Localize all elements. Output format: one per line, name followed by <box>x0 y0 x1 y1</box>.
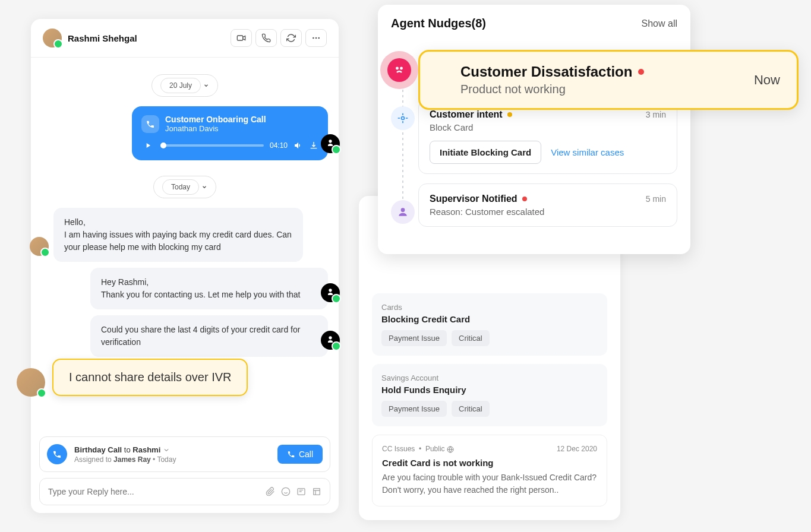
nudge-highlight-sub: Product not working <box>460 83 742 96</box>
header-actions <box>231 29 327 47</box>
article-title: Credit Card is not working <box>382 458 597 468</box>
article-body: Are you facing trouble with your Bank-Is… <box>382 471 597 496</box>
date-text: Today <box>162 179 199 195</box>
nudges-title: Agent Nudges(8) <box>391 17 486 30</box>
svg-point-9 <box>401 208 405 212</box>
chevron-down-icon[interactable] <box>163 446 170 454</box>
canned-icon[interactable] <box>296 487 306 496</box>
nudge-highlight-card: Customer Dissatisfaction Product not wor… <box>418 50 799 110</box>
audio-call-button[interactable] <box>255 29 277 47</box>
knowledge-category: Savings Account <box>381 373 598 382</box>
chat-header: Rashmi Shehgal <box>31 19 339 58</box>
call-button[interactable]: Call <box>277 445 323 464</box>
tag: Critical <box>452 401 490 417</box>
agent-avatar <box>321 331 340 350</box>
date-divider-1: 20 July <box>42 74 328 97</box>
nudge-highlight-title: Customer Dissatisfaction <box>460 64 742 80</box>
date-divider-2: Today <box>42 176 328 198</box>
attachment-icon[interactable] <box>266 487 275 496</box>
customer-avatar <box>30 237 49 256</box>
nudge-highlight-time: Now <box>754 72 780 88</box>
chevron-down-icon <box>201 184 207 190</box>
contact-name: Rashmi Shehgal <box>68 33 137 43</box>
chat-panel: Rashmi Shehgal 20 July Customer Onboarin… <box>31 19 339 513</box>
nudge-label: Customer intent <box>430 109 512 120</box>
msg-row-3: Could you share the last 4 digits of you… <box>42 315 328 357</box>
tag: Payment Issue <box>381 401 447 417</box>
call-line-1: Birthday Call to Rashmi <box>74 445 270 454</box>
supervisor-icon <box>391 200 415 224</box>
audio-slider[interactable] <box>160 144 264 147</box>
voice-row: Customer Onboaring Call Jonathan Davis 0… <box>42 106 328 160</box>
message-bubble: Could you share the last 4 digits of you… <box>90 315 328 357</box>
nudge-time: 5 min <box>646 194 666 204</box>
svg-rect-0 <box>237 36 242 40</box>
call-card: Birthday Call to Rashmi Assigned to Jame… <box>39 436 330 472</box>
svg-point-3 <box>318 37 320 39</box>
svg-point-1 <box>313 37 314 39</box>
article-date: 12 Dec 2020 <box>557 445 597 453</box>
svg-point-10 <box>396 68 397 69</box>
show-all-link[interactable]: Show all <box>642 18 677 29</box>
download-icon[interactable] <box>309 141 318 150</box>
volume-icon[interactable] <box>294 141 303 150</box>
knowledge-card[interactable]: Cards Blocking Credit Card Payment Issue… <box>372 293 607 356</box>
article-visibility: Public <box>425 445 445 453</box>
svg-rect-6 <box>314 489 320 495</box>
voice-title: Customer Onboaring Call <box>165 115 266 124</box>
voice-message: Customer Onboaring Call Jonathan Davis 0… <box>132 106 328 160</box>
call-line-2: Assigned to James Ray • Today <box>74 455 270 464</box>
nudge-supervisor-card: Supervisor Notified 5 min Reason: Custom… <box>418 183 677 227</box>
nudge-sub: Reason: Customer escalated <box>430 207 666 217</box>
chat-body: 20 July Customer Onboaring Call Jonathan… <box>31 58 339 375</box>
voice-sub: Jonathan Davis <box>165 124 266 133</box>
msg-row-1: Hello, I am having issues with paying ba… <box>42 208 328 262</box>
article-source: CC Issues <box>382 445 415 453</box>
date-text: 20 July <box>160 78 201 93</box>
reply-input[interactable] <box>48 487 261 496</box>
chevron-down-icon <box>203 83 209 88</box>
nudges-panel: Agent Nudges(8) Show all Customer intent… <box>378 5 690 254</box>
status-dot <box>507 112 512 117</box>
phone-icon <box>47 444 67 464</box>
nudge-intent-card: Customer intent 3 min Block Card Initiat… <box>418 99 677 174</box>
svg-point-8 <box>402 117 405 120</box>
nudge-time: 3 min <box>646 110 666 119</box>
message-bubble: Hey Rashmi, Thank you for contacting us.… <box>90 268 328 309</box>
nudge-sub: Block Card <box>430 122 666 132</box>
contact-avatar <box>43 28 62 48</box>
agent-avatar <box>321 283 340 302</box>
knowledge-title: Hold Funds Enquiry <box>381 385 598 395</box>
emoji-icon[interactable] <box>281 487 291 496</box>
tag: Critical <box>452 330 490 346</box>
article-card[interactable]: CC Issues • Public 12 Dec 2020 Credit Ca… <box>372 435 607 506</box>
globe-icon <box>447 446 454 453</box>
play-button[interactable] <box>141 139 154 152</box>
video-call-button[interactable] <box>231 29 252 47</box>
intent-icon <box>391 106 415 130</box>
phone-icon <box>141 115 159 133</box>
svg-point-11 <box>400 68 402 69</box>
audio-time: 04:10 <box>270 141 288 150</box>
view-similar-link[interactable]: View similar cases <box>551 147 624 157</box>
svg-point-2 <box>315 37 317 39</box>
chat-highlight-bubble: I cannot share details over IVR <box>52 359 248 396</box>
status-dot <box>638 69 644 75</box>
status-dot <box>522 197 527 201</box>
dissatisfaction-icon <box>380 51 418 89</box>
template-icon[interactable] <box>312 487 321 496</box>
initiate-blocking-button[interactable]: Initiate Blocking Card <box>430 141 541 164</box>
knowledge-title: Blocking Credit Card <box>381 314 598 324</box>
chat-input <box>39 478 330 505</box>
more-button[interactable] <box>305 29 327 47</box>
knowledge-card[interactable]: Savings Account Hold Funds Enquiry Payme… <box>372 364 607 426</box>
nudge-label: Supervisor Notified <box>430 194 527 204</box>
msg-row-2: Hey Rashmi, Thank you for contacting us.… <box>42 268 328 309</box>
svg-point-4 <box>282 487 289 495</box>
message-bubble: Hello, I am having issues with paying ba… <box>53 208 303 262</box>
refresh-button[interactable] <box>280 29 302 47</box>
highlight-customer-avatar <box>17 368 45 397</box>
knowledge-category: Cards <box>381 303 598 312</box>
tag: Payment Issue <box>381 330 447 346</box>
agent-avatar <box>321 134 340 153</box>
